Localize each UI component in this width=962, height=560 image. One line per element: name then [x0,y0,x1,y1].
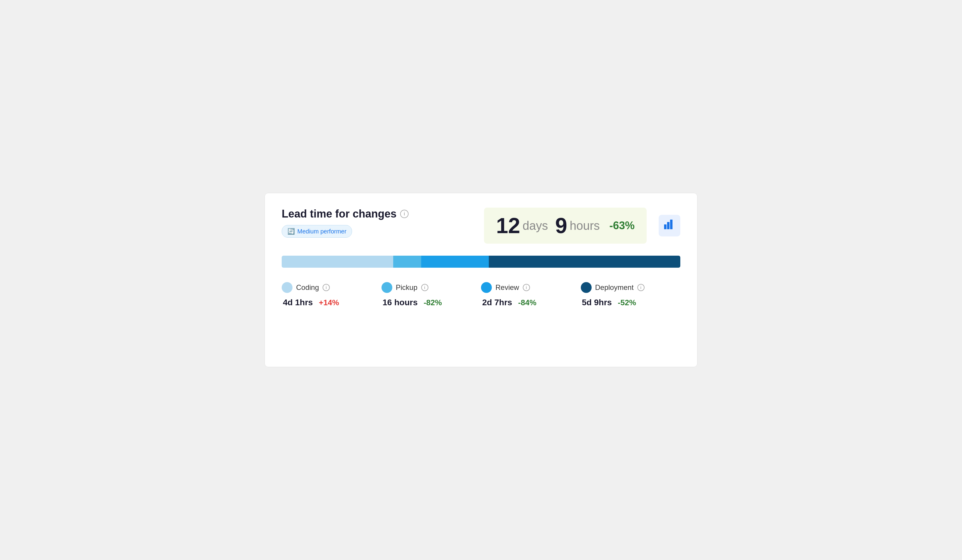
metric-label: Codingi [282,282,381,293]
bar-chart-icon [664,220,675,232]
metric-change: -52% [618,298,636,307]
metric-values: 4d 1hrs+14% [282,298,381,307]
metric-time: 5d 9hrs [582,298,612,307]
metric-item: Reviewi2d 7hrs-84% [481,282,581,307]
svg-rect-1 [667,222,670,229]
title-info-icon[interactable]: i [400,210,408,218]
page-title: Lead time for changes i [282,208,408,220]
category-name: Coding [296,283,319,292]
svg-rect-2 [670,220,673,229]
category-name: Pickup [396,283,418,292]
metric-time: 4d 1hrs [283,298,313,307]
metrics-row: Codingi4d 1hrs+14%Pickupi16 hours-82%Rev… [282,282,680,307]
metric-change: +14% [319,298,339,307]
days-number: 12 [496,215,520,237]
category-dot [381,282,392,293]
category-name: Deployment [595,283,634,292]
category-name: Review [496,283,519,292]
title-section: Lead time for changes i 🔄 Medium perform… [282,208,408,238]
chart-view-button[interactable] [659,215,680,237]
category-dot [481,282,492,293]
metric-label: Reviewi [481,282,581,293]
progress-bar [282,256,680,268]
progress-segment [489,256,680,268]
category-dot [282,282,292,293]
title-text: Lead time for changes [282,208,397,220]
badge-label: Medium performer [297,228,346,235]
category-info-icon[interactable]: i [421,284,428,291]
performer-badge: 🔄 Medium performer [282,225,352,238]
metric-label: Pickupi [381,282,481,293]
category-info-icon[interactable]: i [523,284,530,291]
lead-time-card: Lead time for changes i 🔄 Medium perform… [265,193,697,367]
progress-segment [282,256,393,268]
metric-change: -63% [609,219,634,232]
metric-values: 16 hours-82% [381,298,481,307]
metric-change: -82% [424,298,442,307]
header-row: Lead time for changes i 🔄 Medium perform… [282,208,680,244]
metric-item: Pickupi16 hours-82% [381,282,481,307]
category-info-icon[interactable]: i [323,284,330,291]
category-dot [581,282,592,293]
hours-label: hours [570,219,600,233]
metric-item: Codingi4d 1hrs+14% [282,282,381,307]
metric-change: -84% [518,298,537,307]
days-label: days [523,219,548,233]
metric-time: 2d 7hrs [482,298,512,307]
progress-segment [393,256,421,268]
progress-segment [421,256,489,268]
category-info-icon[interactable]: i [638,284,644,291]
metric-label: Deploymenti [581,282,681,293]
metric-time: 16 hours [383,298,418,307]
summary-metric-box: 12 days 9 hours -63% [484,208,647,244]
metric-values: 5d 9hrs-52% [581,298,681,307]
hours-number: 9 [555,215,567,237]
badge-icon: 🔄 [287,228,295,235]
metric-item: Deploymenti5d 9hrs-52% [581,282,681,307]
svg-rect-0 [664,224,667,229]
metric-values: 2d 7hrs-84% [481,298,581,307]
header-right: 12 days 9 hours -63% [484,208,680,244]
